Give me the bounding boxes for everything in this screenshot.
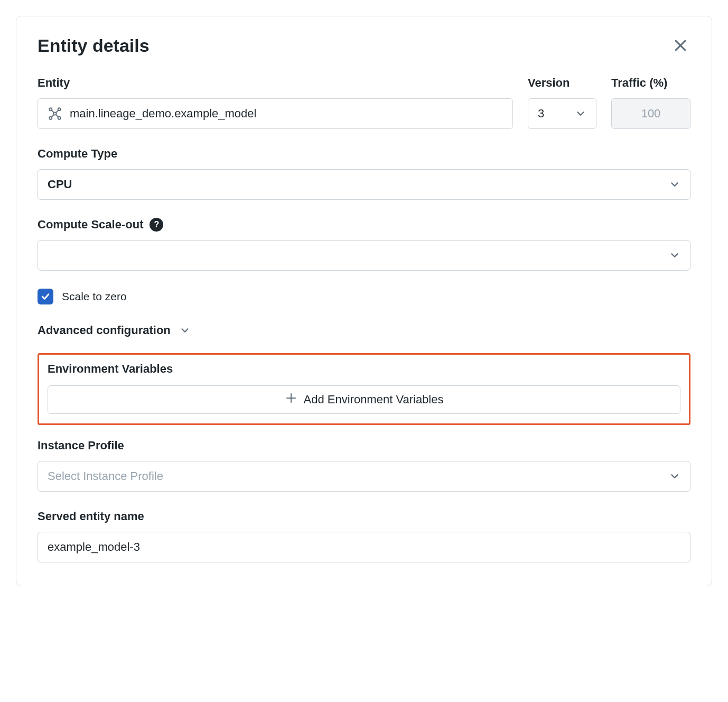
version-field-group: Version 3 (528, 76, 596, 129)
environment-variables-label: Environment Variables (48, 362, 680, 376)
version-value: 3 (538, 107, 544, 121)
compute-scaleout-select[interactable] (38, 240, 690, 271)
svg-point-4 (49, 117, 52, 119)
scale-to-zero-checkbox[interactable]: Scale to zero (38, 289, 690, 304)
traffic-input: 100 (611, 98, 690, 129)
panel-header: Entity details (38, 35, 690, 57)
svg-line-9 (52, 115, 54, 117)
served-entity-name-group: Served entity name (38, 510, 690, 562)
panel-title: Entity details (38, 35, 150, 56)
compute-type-group: Compute Type CPU (38, 147, 690, 200)
instance-profile-group: Instance Profile Select Instance Profile (38, 439, 690, 492)
svg-line-10 (56, 115, 58, 117)
chevron-down-icon (575, 108, 586, 119)
svg-point-2 (49, 108, 52, 110)
add-environment-variables-button[interactable]: Add Environment Variables (48, 385, 680, 414)
svg-point-6 (53, 112, 56, 115)
traffic-label: Traffic (%) (611, 76, 690, 90)
instance-profile-label: Instance Profile (38, 439, 690, 452)
entity-field-group: Entity main.lineage_demo.exa (38, 76, 513, 129)
environment-variables-section: Environment Variables Add Environment Va… (38, 353, 690, 425)
svg-point-5 (58, 117, 61, 119)
instance-profile-select[interactable]: Select Instance Profile (38, 461, 690, 492)
entity-value: main.lineage_demo.example_model (70, 107, 256, 121)
compute-type-select[interactable]: CPU (38, 169, 690, 200)
advanced-configuration-toggle[interactable]: Advanced configuration (38, 324, 690, 337)
advanced-configuration-label: Advanced configuration (38, 324, 171, 337)
svg-line-8 (56, 110, 58, 113)
svg-point-3 (58, 108, 61, 110)
chevron-down-icon (669, 250, 680, 261)
help-icon[interactable]: ? (150, 218, 163, 232)
instance-profile-placeholder: Select Instance Profile (48, 469, 163, 483)
plus-icon (285, 392, 297, 408)
close-icon (673, 47, 688, 55)
entity-input[interactable]: main.lineage_demo.example_model (38, 98, 513, 129)
compute-scaleout-label: Compute Scale-out (38, 218, 143, 232)
chevron-down-icon (669, 470, 680, 482)
chevron-down-icon (179, 325, 191, 336)
version-select[interactable]: 3 (528, 98, 596, 129)
traffic-field-group: Traffic (%) 100 (611, 76, 690, 129)
close-button[interactable] (670, 35, 690, 57)
served-entity-name-label: Served entity name (38, 510, 690, 523)
top-fields-row: Entity main.lineage_demo.exa (38, 76, 690, 129)
checkbox-checked-icon (38, 289, 53, 304)
entity-label: Entity (38, 76, 513, 90)
compute-scaleout-group: Compute Scale-out ? (38, 218, 690, 271)
model-icon (48, 106, 62, 121)
entity-details-panel: Entity details Entity (16, 16, 712, 586)
compute-type-label: Compute Type (38, 147, 690, 161)
served-entity-name-input[interactable] (38, 532, 690, 562)
compute-type-value: CPU (48, 178, 72, 191)
traffic-value: 100 (641, 107, 661, 121)
version-label: Version (528, 76, 596, 90)
add-env-button-label: Add Environment Variables (304, 393, 444, 407)
chevron-down-icon (669, 179, 680, 190)
scale-to-zero-label: Scale to zero (62, 290, 127, 303)
svg-line-7 (52, 110, 54, 113)
